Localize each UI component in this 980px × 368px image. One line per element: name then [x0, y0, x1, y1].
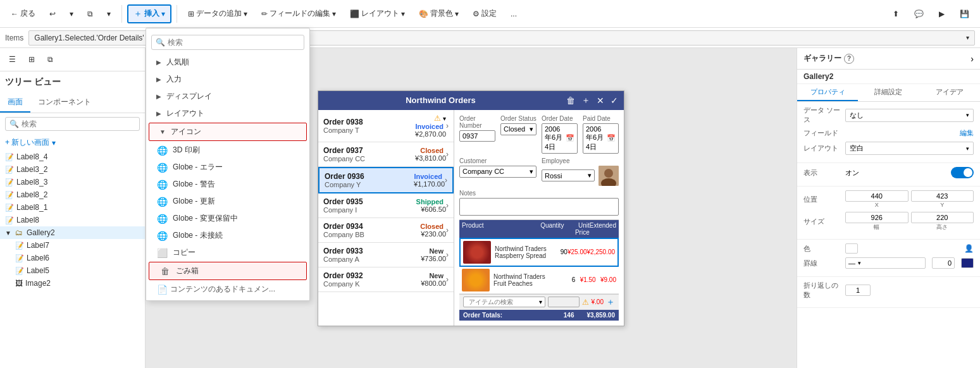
tree-item-label8_3[interactable]: 📝 Label8_3 — [0, 176, 145, 188]
employee-row: Rossi ▾ — [542, 166, 619, 186]
copy-button[interactable]: ⧉ — [82, 6, 99, 21]
tab-advanced[interactable]: 詳細設定 — [858, 84, 919, 101]
undo-dropdown-button[interactable]: ▾ — [64, 6, 79, 21]
tree-item-label8[interactable]: 📝 Label8 — [0, 214, 145, 226]
right-panel-expand-btn[interactable]: › — [971, 54, 974, 64]
prop-wrap-row: 折り返しの数 — [803, 281, 974, 300]
layout-select[interactable]: 空白 ▾ — [845, 142, 974, 155]
share-button[interactable]: ⬆ — [887, 6, 905, 21]
line-style-select[interactable]: — ▾ — [845, 257, 926, 269]
tree-item-label7[interactable]: 📝 Label7 — [0, 239, 145, 252]
svg-point-1 — [604, 169, 613, 178]
tree-item-label3_2[interactable]: 📝 Label3_2 — [0, 163, 145, 176]
order-row-0935[interactable]: Order 0935 Company I Shipped ¥606.50 › — [318, 193, 454, 218]
notes-input[interactable] — [459, 198, 619, 216]
field-edit-button[interactable]: ✏ フィールドの編集 ▾ — [256, 5, 342, 22]
tree-item-image2[interactable]: 🖼 Image2 — [0, 277, 145, 290]
tab-properties[interactable]: プロパティ — [797, 84, 858, 101]
display-toggle[interactable] — [951, 167, 974, 178]
qty-input[interactable] — [548, 297, 580, 307]
chevron-down-icon-6: ▾ — [401, 9, 405, 18]
order-row-0933[interactable]: Order 0933 Company A New ¥736.00 › — [318, 243, 454, 267]
new-screen-button[interactable]: + 新しい画面 ▾ — [0, 135, 145, 150]
add-product-btn[interactable]: ＋ — [606, 297, 615, 308]
dropdown-search-input[interactable] — [168, 38, 300, 47]
position-x-input[interactable] — [845, 190, 909, 202]
menu-item-copy[interactable]: ⬜ コピー — [146, 244, 309, 261]
order-row-0934[interactable]: Order 0934 Company BB Closed ¥230.00 › — [318, 218, 454, 243]
data-add-button[interactable]: ⊞ データの追加 ▾ — [182, 5, 253, 22]
comment-button[interactable]: 💬 — [909, 6, 929, 21]
menu-item-3d[interactable]: 🌐 3D 印刷 — [146, 142, 309, 159]
tree-item-label5[interactable]: 📝 Label5 — [0, 264, 145, 277]
order-status-select[interactable]: Closed ▾ — [500, 123, 537, 135]
menu-item-input[interactable]: ▶ 入力 — [146, 71, 309, 88]
save-button[interactable]: 💾 — [954, 6, 975, 21]
run-button[interactable]: ▶ — [933, 6, 950, 21]
insert-button[interactable]: ＋ 挿入 ▾ — [127, 4, 171, 23]
settings-button[interactable]: ⚙ 設定 — [467, 5, 502, 22]
weight-input[interactable] — [932, 257, 955, 269]
customer-select[interactable]: Company CC ▾ — [459, 166, 537, 178]
product-img-2 — [462, 269, 490, 291]
size-w-input[interactable] — [845, 212, 909, 223]
menu-item-layout[interactable]: ▶ レイアウト — [146, 105, 309, 122]
detail-row-2: Customer Company CC ▾ Employee Rossi — [459, 157, 619, 186]
order-amount-0936: ¥1,170.00 — [414, 180, 445, 188]
tree-search-box[interactable]: 🔍 — [5, 117, 140, 131]
menu-item-globe-warn[interactable]: 🌐 Globe - 警告 — [146, 176, 309, 193]
tab-component[interactable]: コンポーネント — [30, 93, 99, 113]
menu-item-globe-update[interactable]: 🌐 Globe - 更新 — [146, 193, 309, 210]
tree-item-label6[interactable]: 📝 Label6 — [0, 252, 145, 264]
nw-trash-btn[interactable]: 🗑 — [564, 95, 577, 106]
dropdown-search-box[interactable]: 🔍 — [151, 35, 304, 50]
order-row-0936[interactable]: Order 0936 Company Y Invoiced ¥1,170.00 … — [318, 167, 454, 193]
back-button[interactable]: ← 戻る — [5, 5, 41, 22]
order-number-input[interactable] — [459, 130, 495, 142]
component-icon-btn[interactable]: ⧉ — [44, 53, 57, 66]
position-y-input[interactable] — [911, 190, 974, 202]
wrap-input[interactable] — [845, 285, 871, 296]
menu-item-doc[interactable]: 📄 コンテンツのあるドキュメン... — [146, 281, 309, 298]
fields-label: フィールド — [803, 128, 841, 138]
tree-item-label8_1[interactable]: 📝 Label8_1 — [0, 201, 145, 214]
menu-icon-btn[interactable]: ☰ — [5, 53, 20, 66]
undo-button[interactable]: ↩ — [44, 6, 61, 21]
menu-item-globe-error[interactable]: 🌐 Globe - エラー — [146, 159, 309, 176]
size-h-input[interactable] — [911, 212, 974, 223]
tree-item-label8_4[interactable]: 📝 Label8_4 — [0, 150, 145, 163]
order-row-0937[interactable]: Order 0937 Company CC Closed ¥3,810.00 › — [318, 142, 454, 167]
layout-button[interactable]: ⬛ レイアウト ▾ — [344, 5, 411, 22]
menu-item-display[interactable]: ▶ ディスプレイ — [146, 88, 309, 105]
item-search-input[interactable] — [466, 297, 539, 307]
layers-icon-btn[interactable]: ⊞ — [25, 53, 39, 66]
order-date-input[interactable]: 2006年6月4日 📅 — [542, 123, 578, 154]
menu-item-globe-disconnected[interactable]: 🌐 Globe - 未接続 — [146, 227, 309, 244]
tree-item-gallery2[interactable]: ▼ 🗂 Gallery2 — [0, 226, 145, 239]
menu-item-trash[interactable]: 🗑 ごみ箱 — [149, 262, 307, 280]
tab-ideas[interactable]: アイデア — [919, 84, 980, 101]
fields-edit-link[interactable]: 編集 — [845, 128, 974, 138]
prop-section-color: 色 👤 罫線 — ▾ — [797, 240, 980, 277]
tree-item-label8_2[interactable]: 📝 Label8_2 — [0, 188, 145, 201]
more-button[interactable]: ... — [505, 6, 523, 21]
tab-screen[interactable]: 画面 — [0, 93, 30, 113]
product-footer: ▾ ⚠ ¥.00 ＋ — [459, 294, 619, 310]
menu-item-icon[interactable]: ▼ アイコン — [149, 123, 307, 141]
menu-item-popular[interactable]: ▶ 人気順 — [146, 54, 309, 71]
color-picker[interactable] — [845, 243, 858, 254]
copy-dropdown-button[interactable]: ▾ — [101, 6, 116, 21]
order-row-0938[interactable]: Order 0938 Company T ⚠ ▾ Invoiced ¥2,870… — [318, 110, 454, 142]
nw-check-btn[interactable]: ✓ — [609, 95, 620, 106]
nw-close-btn[interactable]: ✕ — [595, 95, 606, 106]
tree-search-input[interactable] — [22, 120, 135, 128]
border-color-picker[interactable] — [961, 258, 974, 268]
product-img-1 — [463, 241, 491, 264]
menu-item-globe-pending[interactable]: 🌐 Globe - 変更保留中 — [146, 210, 309, 227]
order-row-0932[interactable]: Order 0932 Company K New ¥800.00 › — [318, 267, 454, 292]
paid-date-input[interactable]: 2006年6月4日 📅 — [583, 123, 619, 154]
employee-select[interactable]: Rossi ▾ — [542, 169, 595, 181]
datasource-select[interactable]: なし ▾ — [845, 109, 974, 122]
bg-color-button[interactable]: 🎨 背景色 ▾ — [413, 5, 464, 22]
nw-add-btn[interactable]: ＋ — [580, 95, 592, 106]
